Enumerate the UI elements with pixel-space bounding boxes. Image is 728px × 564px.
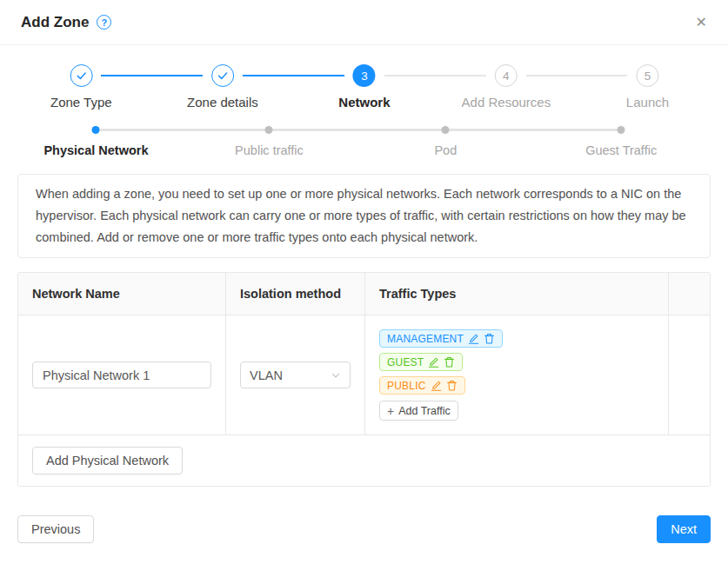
step-number: 4 [495,64,518,87]
step-launch: 5 Launch [626,64,669,109]
traffic-tag-label: MANAGEMENT [387,333,464,345]
network-name-cell [18,315,226,435]
network-name-input[interactable] [32,362,211,388]
substep-track [96,129,621,131]
edit-icon[interactable] [428,356,439,368]
network-substeps: Physical Network Public traffic Pod Gues… [17,125,711,162]
table-header-row: Network Name Isolation method Traffic Ty… [18,273,710,315]
step-check-icon [211,64,234,87]
substep-label-guest-traffic: Guest Traffic [585,143,657,157]
step-label: Zone details [187,95,258,109]
substep-label-public-traffic: Public traffic [235,143,304,157]
substep-label-pod: Pod [434,143,457,157]
column-header-isolation-method: Isolation method [226,273,365,315]
traffic-tag-guest: GUEST [379,353,463,371]
traffic-types-cell: MANAGEMENT GUEST [365,315,669,435]
dialog-header: Add Zone ? ✕ [0,0,728,45]
step-label: Zone Type [50,95,112,109]
delete-icon[interactable] [444,356,455,368]
column-header-traffic-types: Traffic Types [365,273,669,315]
step-label: Network [338,95,390,109]
previous-button[interactable]: Previous [17,515,94,543]
step-zone-type: Zone Type [50,64,112,109]
dialog-footer: Previous Next [17,515,711,543]
plus-icon: + [387,404,394,418]
table-row: VLAN MANAGEMENT [18,315,710,435]
step-label: Launch [626,95,669,109]
isolation-method-value: VLAN [250,368,283,382]
substep-dot-pod [442,126,450,134]
isolation-method-cell: VLAN [226,315,365,435]
description-text: When adding a zone, you need to set up o… [36,183,692,249]
substep-dot-physical-network [92,126,100,134]
add-traffic-button[interactable]: + Add Traffic [379,401,458,421]
edit-icon[interactable] [431,380,442,391]
traffic-tag-public: PUBLIC [379,376,465,395]
substep-dot-public-traffic [265,126,273,134]
wizard-steps: Zone Type Zone details 3 Network 4 Add R… [17,64,711,113]
step-number: 5 [636,64,658,87]
table-footer: Add Physical Network [18,435,710,486]
dialog-title: Add Zone [21,14,89,31]
physical-networks-table: Network Name Isolation method Traffic Ty… [17,272,711,487]
delete-icon[interactable] [484,333,495,344]
add-zone-dialog: Add Zone ? ✕ Zone Type Zone details [0,0,728,564]
step-zone-details: Zone details [187,64,258,109]
help-icon[interactable]: ? [97,15,111,30]
chevron-down-icon [331,370,341,381]
step-label: Add Resources [462,95,551,109]
add-physical-network-button[interactable]: Add Physical Network [32,447,183,474]
column-header-actions [669,273,710,315]
add-traffic-label: Add Traffic [398,405,451,417]
traffic-tag-management: MANAGEMENT [379,329,503,348]
close-icon[interactable]: ✕ [696,16,707,30]
step-check-icon [70,64,92,87]
dialog-body: Zone Type Zone details 3 Network 4 Add R… [0,64,728,543]
row-actions-cell [669,315,710,435]
step-network: 3 Network [338,64,390,109]
traffic-tag-label: PUBLIC [387,380,426,392]
edit-icon[interactable] [468,333,479,344]
traffic-tags-stack: MANAGEMENT GUEST [379,329,654,421]
description-box: When adding a zone, you need to set up o… [17,174,711,258]
traffic-tag-label: GUEST [387,356,424,368]
delete-icon[interactable] [446,380,458,391]
column-header-network-name: Network Name [18,273,226,315]
substep-dot-guest-traffic [618,126,625,134]
substep-label-physical-network: Physical Network [43,143,148,157]
step-add-resources: 4 Add Resources [462,64,551,109]
isolation-method-select[interactable]: VLAN [240,362,351,388]
step-number: 3 [353,64,376,87]
next-button[interactable]: Next [657,515,711,543]
